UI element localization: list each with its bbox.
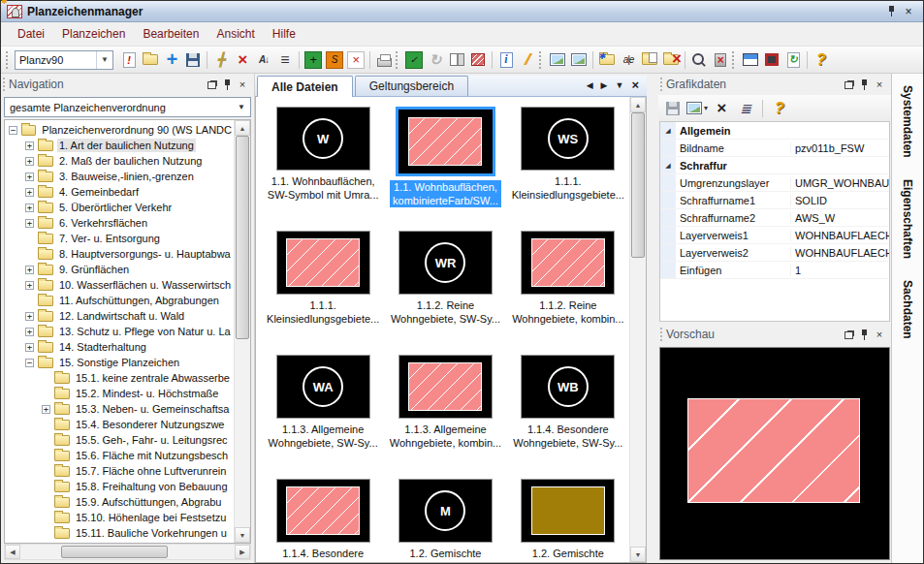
draw-wand-icon[interactable] <box>517 49 538 71</box>
tree-item[interactable]: +15.3. Neben- u. Gemeinschaftsa <box>7 401 234 417</box>
thumbnail-image[interactable] <box>521 479 615 543</box>
float-window-icon[interactable] <box>841 328 856 341</box>
help-button[interactable] <box>769 98 790 119</box>
tree-item[interactable]: +5. Überörtlicher Verkehr <box>7 200 234 215</box>
thumbnail-item[interactable]: 1.1.3. AllgemeineWohngebiete, kombin... <box>384 355 506 479</box>
numbered-list-button[interactable] <box>735 98 756 119</box>
tree-filter-combobox[interactable]: gesamte Planzeichenverordnung ▼ <box>4 97 251 117</box>
thumbnail-item[interactable]: 1.1.2. ReineWohngebiete, kombin... <box>507 231 629 355</box>
property-value[interactable]: WOHNBAUFLAECHE <box>790 247 889 259</box>
spell-search-icon[interactable] <box>688 49 710 71</box>
tree-vertical-scrollbar[interactable]: ▲ ▼ <box>234 120 250 543</box>
tree-item[interactable]: 15.8. Freihaltung von Bebauung <box>7 479 234 494</box>
expand-icon[interactable]: + <box>25 266 34 274</box>
expand-icon[interactable]: + <box>25 343 34 352</box>
tree-horizontal-scrollbar[interactable]: ◀ ▶ <box>4 544 251 560</box>
scrollbar-thumb[interactable] <box>236 136 249 339</box>
property-row[interactable]: Einfügen1 <box>660 262 889 279</box>
tree-item[interactable]: 15.5. Geh-, Fahr- u. Leitungsrec <box>7 432 234 448</box>
menu-item-hilfe[interactable]: Hilfe <box>264 24 304 44</box>
tree-item[interactable]: 11. Aufschüttungen, Abgrabungen <box>7 293 234 308</box>
property-value[interactable]: UMGR_WOHNBAUFL <box>790 177 889 189</box>
split-view-icon[interactable] <box>446 49 467 71</box>
new-file-icon[interactable] <box>118 49 140 71</box>
collapse-icon[interactable]: − <box>25 359 34 367</box>
group-expander-icon[interactable]: ◢ <box>660 157 676 173</box>
close-icon[interactable]: × <box>235 78 250 91</box>
tree-item[interactable]: +4. Gemeinbedarf <box>7 184 234 200</box>
add-circle-icon[interactable] <box>303 49 324 71</box>
scroll-left-icon[interactable]: ◀ <box>5 545 20 559</box>
image-frame2-icon[interactable] <box>568 49 589 71</box>
property-value[interactable]: 1 <box>790 265 889 276</box>
folder-paste-icon[interactable] <box>639 49 660 71</box>
menu-item-bearbeiten[interactable]: Bearbeiten <box>134 24 207 44</box>
thumbnail-image[interactable]: WB <box>521 355 615 419</box>
tree-item[interactable]: +14. Stadterhaltung <box>7 339 234 355</box>
expand-icon[interactable]: + <box>25 204 34 212</box>
pin-icon[interactable] <box>882 4 900 19</box>
tree-item[interactable]: 8. Hauptversorgungs- u. Hauptabwa <box>7 246 234 262</box>
tab-scroll-left-icon[interactable]: ◀ <box>587 80 593 90</box>
thumbnail-item[interactable]: M1.2. Gemischte <box>384 479 506 562</box>
thumbnail-item[interactable]: W1.1. Wohnbauflächen,SW-Symbol mit Umra.… <box>262 107 384 231</box>
close-icon[interactable]: × <box>872 328 887 341</box>
expand-icon[interactable]: + <box>25 328 34 336</box>
property-value[interactable]: WOHNBAUFLAECHE <box>790 230 889 241</box>
layout-window-icon[interactable] <box>740 49 761 71</box>
group-expander-icon[interactable]: ◢ <box>660 122 676 139</box>
print-icon[interactable] <box>373 49 395 71</box>
expand-icon[interactable]: + <box>25 141 34 150</box>
remove-circle-icon[interactable] <box>345 49 366 71</box>
tree-item[interactable]: +10. Wasserflächen u. Wasserwirtsch <box>7 277 234 293</box>
scroll-up-icon[interactable]: ▲ <box>235 120 250 136</box>
tree-item[interactable]: 15.1. keine zentrale Abwasserbe <box>7 370 234 386</box>
delete-x-icon[interactable] <box>232 49 253 71</box>
side-tab-eigenschaften[interactable]: Eigenschaften <box>901 175 914 263</box>
expand-icon[interactable]: + <box>25 172 34 181</box>
expand-icon[interactable]: + <box>25 188 34 197</box>
expand-icon[interactable]: + <box>25 157 34 166</box>
open-folder-icon[interactable] <box>140 49 161 71</box>
coin-icon[interactable] <box>324 49 345 71</box>
tree-item[interactable]: 15.11. Bauliche Vorkehrungen u <box>7 525 234 541</box>
float-window-icon[interactable] <box>841 78 856 91</box>
tree-item[interactable]: +1. Art der baulichen Nutzung <box>7 138 234 153</box>
tree-item[interactable]: −Planzeichenverordnung 90 (WS LANDC <box>7 122 234 138</box>
thumbnail-item[interactable]: WA1.1.3. AllgemeineWohngebiete, SW-Sy... <box>262 355 384 479</box>
expand-icon[interactable]: + <box>25 312 34 321</box>
tree-item[interactable]: 15.6. Fläche mit Nutzungsbesch <box>7 448 234 463</box>
property-row[interactable]: Schraffurname1SOLID <box>660 192 889 209</box>
menu-item-datei[interactable]: Datei <box>9 24 53 44</box>
thumbnail-image[interactable]: WR <box>398 231 493 295</box>
refresh-icon[interactable] <box>425 49 446 71</box>
tree-item[interactable]: 15.9. Aufschüttungen, Abgrabu <box>7 494 234 510</box>
thumbnail-item[interactable]: WS1.1.1.Kleinsiedlungsgebiete... <box>507 107 629 231</box>
hatch-square-icon[interactable] <box>467 49 489 71</box>
scroll-down-icon[interactable]: ▼ <box>235 527 250 543</box>
rename-text-icon[interactable] <box>618 49 639 71</box>
expand-icon[interactable]: + <box>42 405 50 414</box>
close-icon[interactable]: × <box>900 4 917 19</box>
expand-icon[interactable]: + <box>25 281 34 290</box>
thumbnail-image[interactable] <box>276 479 370 543</box>
tree-item[interactable]: +12. Landwirtschaft u. Wald <box>7 308 234 324</box>
thumbnail-image[interactable]: W <box>276 107 370 171</box>
red-square-icon[interactable] <box>761 49 782 71</box>
scroll-up-icon[interactable]: ▲ <box>630 97 646 112</box>
thumbnail-image[interactable] <box>396 107 495 176</box>
tree-item[interactable]: 15.10. Höhenlage bei Festsetzu <box>7 510 234 525</box>
tree-item[interactable]: 15.4. Besonderer Nutzungszwe <box>7 417 234 432</box>
save-icon[interactable] <box>182 49 204 71</box>
pin-icon[interactable] <box>856 328 872 341</box>
add-plus-icon[interactable] <box>161 49 182 71</box>
save-button[interactable] <box>662 98 684 119</box>
tree-item[interactable]: +2. Maß der baulichen Nutzung <box>7 153 234 169</box>
tree-item[interactable]: 7. Ver- u. Entsorgung <box>7 231 234 246</box>
side-tab-sachdaten[interactable]: Sachdaten <box>901 276 914 343</box>
collapse-icon[interactable]: − <box>9 126 17 135</box>
profile-combobox[interactable]: Planzv90 ▼ <box>15 50 113 70</box>
property-value[interactable]: pzv011b_FSW <box>790 142 889 154</box>
scroll-down-icon[interactable]: ▼ <box>630 547 646 562</box>
folder-delete-icon[interactable] <box>660 49 682 71</box>
